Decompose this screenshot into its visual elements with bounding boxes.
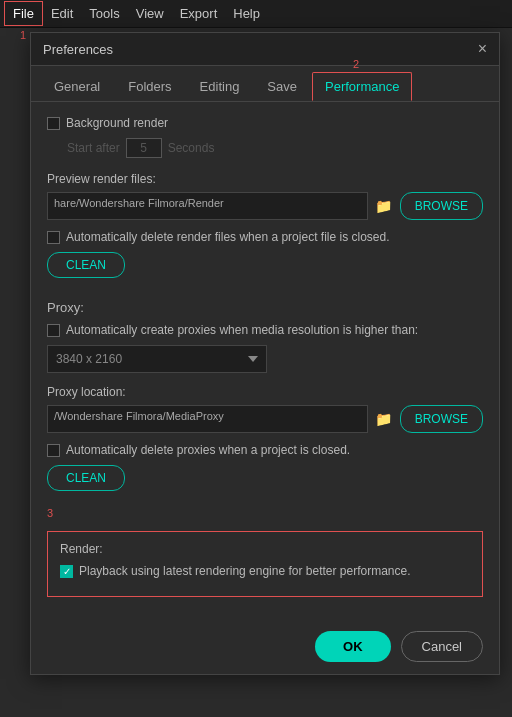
start-after-prefix: Start after — [67, 141, 120, 155]
playback-engine-row: Playback using latest rendering engine f… — [60, 564, 470, 578]
auto-delete-render-label: Automatically delete render files when a… — [66, 230, 390, 244]
playback-engine-checkbox[interactable] — [60, 565, 73, 578]
start-after-input[interactable] — [126, 138, 162, 158]
menu-file[interactable]: File — [4, 1, 43, 26]
cancel-button[interactable]: Cancel — [401, 631, 483, 662]
auto-delete-render-row: Automatically delete render files when a… — [47, 230, 483, 244]
start-after-row: Start after Seconds — [67, 138, 483, 158]
tab-general[interactable]: General — [41, 72, 113, 101]
proxy-location-path-row: /Wondershare Filmora/MediaProxy 📁 BROWSE — [47, 405, 483, 433]
render-section-wrapper: 3 Render: Playback using latest renderin… — [47, 507, 483, 597]
folder-icon-render[interactable]: 📁 — [372, 194, 396, 218]
dialog-footer: OK Cancel — [31, 623, 499, 674]
auto-create-proxy-checkbox[interactable] — [47, 324, 60, 337]
tab-performance[interactable]: Performance — [312, 72, 412, 101]
annotation-1: 1 — [20, 29, 26, 41]
tab-save[interactable]: Save — [254, 72, 310, 101]
proxy-location-path: /Wondershare Filmora/MediaProxy — [47, 405, 368, 433]
auto-create-proxy-row: Automatically create proxies when media … — [47, 323, 483, 337]
dialog-content: Background render Start after Seconds Pr… — [31, 102, 499, 623]
menu-edit[interactable]: Edit — [43, 2, 81, 25]
annotation-2: 2 — [353, 58, 359, 70]
menu-view[interactable]: View — [128, 2, 172, 25]
auto-create-proxy-label: Automatically create proxies when media … — [66, 323, 418, 337]
render-section-label: Render: — [60, 542, 470, 556]
annotation-3: 3 — [47, 507, 483, 519]
menu-help[interactable]: Help — [225, 2, 268, 25]
proxy-location-label: Proxy location: — [47, 385, 483, 399]
auto-delete-proxy-checkbox[interactable] — [47, 444, 60, 457]
dialog-title-bar: Preferences × — [31, 33, 499, 66]
browse-render-button[interactable]: BROWSE — [400, 192, 483, 220]
menubar: File Edit Tools View Export Help — [0, 0, 512, 28]
preferences-dialog: Preferences × 2 General Folders Editing … — [30, 32, 500, 675]
tab-editing[interactable]: Editing — [187, 72, 253, 101]
proxy-section: Proxy: Automatically create proxies when… — [47, 300, 483, 507]
clean-proxy-button[interactable]: CLEAN — [47, 465, 125, 491]
browse-proxy-button[interactable]: BROWSE — [400, 405, 483, 433]
ok-button[interactable]: OK — [315, 631, 391, 662]
menu-export[interactable]: Export — [172, 2, 226, 25]
start-after-suffix: Seconds — [168, 141, 215, 155]
background-render-row: Background render — [47, 116, 483, 130]
clean-render-button[interactable]: CLEAN — [47, 252, 125, 278]
resolution-dropdown[interactable]: 3840 x 2160 1920 x 1080 1280 x 720 — [47, 345, 267, 373]
proxy-section-label: Proxy: — [47, 300, 483, 315]
tab-bar: General Folders Editing Save Performance — [31, 66, 499, 102]
menu-tools[interactable]: Tools — [81, 2, 127, 25]
auto-delete-proxy-label: Automatically delete proxies when a proj… — [66, 443, 350, 457]
auto-delete-proxy-row: Automatically delete proxies when a proj… — [47, 443, 483, 457]
close-button[interactable]: × — [478, 41, 487, 57]
render-box: Render: Playback using latest rendering … — [47, 531, 483, 597]
playback-engine-label: Playback using latest rendering engine f… — [79, 564, 411, 578]
folder-icon-proxy[interactable]: 📁 — [372, 407, 396, 431]
background-render-label: Background render — [66, 116, 168, 130]
dialog-title: Preferences — [43, 42, 113, 57]
tab-folders[interactable]: Folders — [115, 72, 184, 101]
preview-render-path-row: hare/Wondershare Filmora/Render 📁 BROWSE — [47, 192, 483, 220]
preview-render-path: hare/Wondershare Filmora/Render — [47, 192, 368, 220]
auto-delete-render-checkbox[interactable] — [47, 231, 60, 244]
preview-render-label: Preview render files: — [47, 172, 483, 186]
background-render-checkbox[interactable] — [47, 117, 60, 130]
